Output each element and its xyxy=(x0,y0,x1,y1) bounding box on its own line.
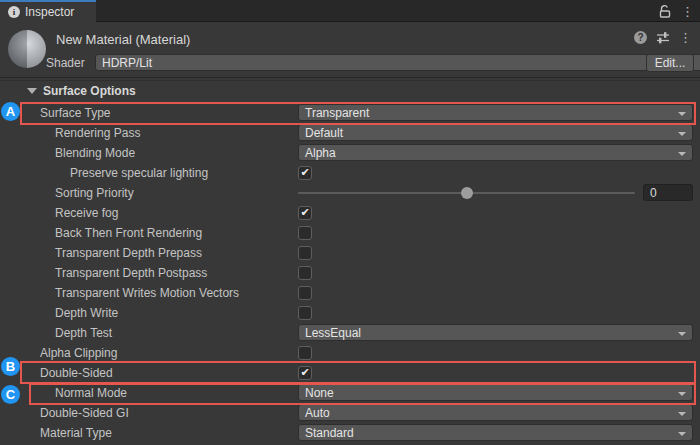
row-transparent-depth-prepass: Transparent Depth Prepass xyxy=(0,243,700,263)
preserve-specular-lighting-checkbox[interactable]: ✔ xyxy=(298,166,312,180)
chevron-down-icon xyxy=(678,132,686,136)
row-label: Transparent Writes Motion Vectors xyxy=(55,286,239,300)
unlocked-padlock-icon[interactable] xyxy=(659,5,671,18)
row-depth-test: Depth Test LessEqual xyxy=(0,323,700,343)
row-surface-type: Surface Type Transparent xyxy=(0,103,700,123)
chevron-down-icon xyxy=(678,112,686,116)
surface-type-dropdown[interactable]: Transparent xyxy=(298,104,693,121)
row-back-then-front: Back Then Front Rendering xyxy=(0,223,700,243)
depth-test-dropdown[interactable]: LessEqual xyxy=(298,324,693,341)
row-label: Sorting Priority xyxy=(55,186,134,200)
row-label: Double-Sided xyxy=(40,366,113,380)
row-double-sided-gi: Double-Sided GI Auto xyxy=(0,403,700,423)
row-label: Alpha Clipping xyxy=(40,346,117,360)
dropdown-value: LessEqual xyxy=(305,326,361,340)
inspector-window: i Inspector ⋮ New Material (Material) ? xyxy=(0,0,700,445)
row-label: Receive fog xyxy=(55,206,118,220)
tab-inspector[interactable]: i Inspector xyxy=(0,0,96,22)
chevron-down-icon xyxy=(678,332,686,336)
row-label: Transparent Depth Prepass xyxy=(55,246,202,260)
row-label: Back Then Front Rendering xyxy=(55,226,202,240)
chevron-down-icon xyxy=(678,432,686,436)
row-rendering-pass: Rendering Pass Default xyxy=(0,123,700,143)
row-blending-mode: Blending Mode Alpha xyxy=(0,143,700,163)
slider-handle[interactable] xyxy=(461,187,473,199)
material-title: New Material (Material) xyxy=(56,32,190,47)
dropdown-value: Default xyxy=(305,126,343,140)
back-then-front-checkbox[interactable] xyxy=(298,226,312,240)
row-label: Normal Mode xyxy=(55,386,127,400)
receive-fog-checkbox[interactable]: ✔ xyxy=(298,206,312,220)
row-label: Depth Write xyxy=(55,306,118,320)
row-label: Depth Test xyxy=(55,326,112,340)
row-label: Surface Type xyxy=(40,106,111,120)
double-sided-checkbox[interactable]: ✔ xyxy=(298,366,312,380)
row-transparent-writes-motion-vectors: Transparent Writes Motion Vectors xyxy=(0,283,700,303)
property-rows: Surface Type Transparent Rendering Pass … xyxy=(0,103,700,443)
depth-write-checkbox[interactable] xyxy=(298,306,312,320)
help-icon[interactable]: ? xyxy=(634,31,647,44)
window-menu-icon[interactable]: ⋮ xyxy=(681,5,694,18)
dropdown-value: None xyxy=(305,386,334,400)
edit-shader-button[interactable]: Edit... xyxy=(646,54,694,72)
row-transparent-depth-postpass: Transparent Depth Postpass xyxy=(0,263,700,283)
chevron-down-icon xyxy=(678,392,686,396)
row-material-type: Material Type Standard xyxy=(0,423,700,443)
row-depth-write: Depth Write xyxy=(0,303,700,323)
tab-label: Inspector xyxy=(25,5,74,19)
row-normal-mode: Normal Mode None xyxy=(0,383,700,403)
transparent-depth-prepass-checkbox[interactable] xyxy=(298,246,312,260)
foldout-triangle-icon[interactable] xyxy=(27,88,37,94)
shader-label: Shader xyxy=(46,56,85,70)
row-label: Preserve specular lighting xyxy=(70,166,208,180)
sorting-priority-slider[interactable] xyxy=(298,192,635,194)
dropdown-value: Transparent xyxy=(305,106,369,120)
row-preserve-specular-lighting: Preserve specular lighting ✔ xyxy=(0,163,700,183)
transparent-depth-postpass-checkbox[interactable] xyxy=(298,266,312,280)
rendering-pass-dropdown[interactable]: Default xyxy=(298,124,693,141)
material-header: New Material (Material) ? ⋮ Shader HDRP/… xyxy=(0,23,700,78)
normal-mode-dropdown[interactable]: None xyxy=(298,384,693,401)
alpha-clipping-checkbox[interactable] xyxy=(298,346,312,360)
dropdown-value: Auto xyxy=(305,406,330,420)
row-label: Material Type xyxy=(40,426,112,440)
row-double-sided: Double-Sided ✔ xyxy=(0,363,700,383)
presets-icon[interactable] xyxy=(656,31,670,44)
dropdown-value: Standard xyxy=(305,426,354,440)
shader-dropdown[interactable]: HDRP/Lit xyxy=(95,54,700,71)
surface-options-section-header[interactable]: Surface Options xyxy=(0,80,700,101)
row-receive-fog: Receive fog ✔ xyxy=(0,203,700,223)
row-label: Rendering Pass xyxy=(55,126,140,140)
row-label: Double-Sided GI xyxy=(40,406,129,420)
row-label: Blending Mode xyxy=(55,146,135,160)
tab-bar: i Inspector ⋮ xyxy=(0,0,700,22)
info-icon: i xyxy=(8,6,20,18)
chevron-down-icon xyxy=(678,152,686,156)
blending-mode-dropdown[interactable]: Alpha xyxy=(298,144,693,161)
dropdown-value: Alpha xyxy=(305,146,336,160)
section-title: Surface Options xyxy=(43,84,136,98)
double-sided-gi-dropdown[interactable]: Auto xyxy=(298,404,693,421)
shader-dropdown-value: HDRP/Lit xyxy=(102,56,152,70)
chevron-down-icon xyxy=(678,412,686,416)
sorting-priority-field[interactable]: 0 xyxy=(643,184,693,201)
material-menu-icon[interactable]: ⋮ xyxy=(679,31,692,44)
row-alpha-clipping: Alpha Clipping xyxy=(0,343,700,363)
row-sorting-priority: Sorting Priority 0 xyxy=(0,183,700,203)
material-type-dropdown[interactable]: Standard xyxy=(298,424,693,441)
row-label: Transparent Depth Postpass xyxy=(55,266,207,280)
transparent-writes-motion-vectors-checkbox[interactable] xyxy=(298,286,312,300)
